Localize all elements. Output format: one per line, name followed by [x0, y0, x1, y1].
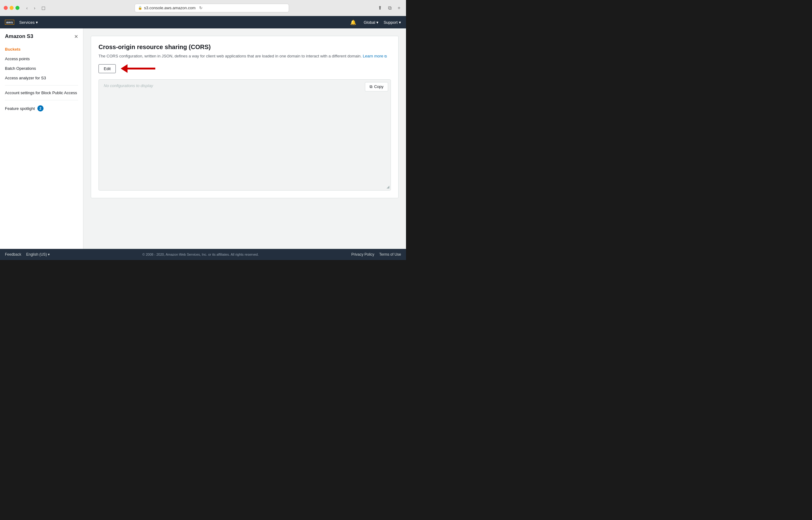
add-tab-button[interactable]: + [396, 4, 402, 12]
services-chevron-icon: ▾ [36, 20, 38, 25]
sidebar-divider-2 [5, 100, 78, 100]
language-chevron-icon: ▾ [48, 252, 50, 257]
learn-more-link[interactable]: Learn more ⧉ [363, 53, 387, 59]
sidebar-item-batch-operations[interactable]: Batch Operations [0, 63, 83, 73]
tabs-button[interactable]: ⧉ [386, 4, 393, 12]
sidebar-item-block-public-access[interactable]: Account settings for Block Public Access [0, 88, 83, 98]
edit-section: Edit [99, 64, 391, 73]
sidebar: Amazon S3 ✕ Buckets Access points Batch … [0, 28, 83, 249]
sidebar-item-access-analyzer[interactable]: Access analyzer for S3 [0, 73, 83, 83]
close-traffic-light[interactable] [4, 6, 8, 10]
sidebar-close-button[interactable]: ✕ [74, 34, 78, 40]
sidebar-divider-1 [5, 85, 78, 85]
global-region-button[interactable]: Global ▾ [364, 20, 379, 25]
lock-icon: 🔒 [138, 6, 142, 10]
reload-button[interactable]: ↻ [199, 5, 203, 10]
main-layout: Amazon S3 ✕ Buckets Access points Batch … [0, 28, 406, 249]
bell-icon: 🔔 [350, 20, 356, 25]
share-button[interactable]: ⬆ [376, 4, 384, 12]
feedback-button[interactable]: Feedback [5, 252, 21, 257]
footer: Feedback English (US) ▾ © 2008 - 2020, A… [0, 249, 406, 260]
services-button[interactable]: Services ▾ [19, 20, 38, 25]
cors-card: Cross-origin resource sharing (CORS) The… [91, 36, 399, 198]
privacy-policy-link[interactable]: Privacy Policy [351, 252, 374, 257]
config-area-wrapper: No configurations to display ⧉ Copy ◢ [99, 79, 391, 190]
arrow-head [121, 64, 128, 73]
notifications-bell-button[interactable]: 🔔 [348, 20, 359, 25]
language-selector-button[interactable]: English (US) ▾ [26, 252, 50, 257]
edit-button[interactable]: Edit [99, 64, 116, 73]
copy-icon: ⧉ [370, 84, 372, 89]
sidebar-item-access-points[interactable]: Access points [0, 54, 83, 63]
minimize-traffic-light[interactable] [9, 6, 14, 10]
traffic-lights [4, 6, 20, 10]
aws-navbar: aws Services ▾ 🔔 Global ▾ Support ▾ [0, 16, 406, 28]
sidebar-title: Amazon S3 [5, 33, 33, 40]
aws-logo-box: aws [5, 20, 14, 25]
support-chevron-icon: ▾ [399, 20, 401, 25]
content-area: Cross-origin resource sharing (CORS) The… [83, 28, 406, 249]
global-chevron-icon: ▾ [376, 20, 378, 25]
address-text: s3.console.aws.amazon.com [144, 5, 196, 10]
config-placeholder: No configurations to display [99, 80, 391, 92]
back-button[interactable]: ‹ [24, 4, 30, 12]
red-annotation-arrow [121, 64, 155, 73]
cors-title: Cross-origin resource sharing (CORS) [99, 44, 391, 51]
sidebar-item-feature-spotlight-label: Feature spotlight [5, 106, 35, 111]
services-label: Services [19, 20, 34, 25]
sidebar-header: Amazon S3 ✕ [0, 33, 83, 45]
aws-logo: aws [5, 20, 14, 25]
copy-button[interactable]: ⧉ Copy [365, 82, 388, 92]
support-button[interactable]: Support ▾ [384, 20, 401, 25]
global-label: Global [364, 20, 375, 25]
cors-description: The CORS configuration, written in JSON,… [99, 53, 391, 59]
sidebar-item-feature-spotlight[interactable]: Feature spotlight 2 [0, 103, 83, 114]
resize-handle: ◢ [387, 185, 389, 189]
terms-of-use-link[interactable]: Terms of Use [379, 252, 401, 257]
address-bar: 🔒 s3.console.aws.amazon.com ↻ [135, 4, 289, 12]
footer-left: Feedback English (US) ▾ [5, 252, 50, 257]
footer-copyright: © 2008 - 2020, Amazon Web Services, Inc.… [57, 253, 344, 256]
forward-button[interactable]: › [32, 4, 37, 12]
browser-chrome: ‹ › ◻ 🔒 s3.console.aws.amazon.com ↻ ⬆ ⧉ … [0, 0, 406, 16]
maximize-traffic-light[interactable] [16, 6, 20, 10]
aws-logo-text: aws [6, 20, 13, 24]
sidebar-toggle-button[interactable]: ◻ [40, 4, 47, 12]
feature-spotlight-badge: 2 [37, 105, 44, 111]
external-link-icon: ⧉ [384, 54, 387, 59]
footer-right: Privacy Policy Terms of Use [351, 252, 401, 257]
sidebar-item-buckets[interactable]: Buckets [0, 45, 83, 54]
arrow-shaft [128, 68, 155, 70]
sidebar-navigation: Buckets Access points Batch Operations A… [0, 45, 83, 114]
support-label: Support [384, 20, 398, 25]
